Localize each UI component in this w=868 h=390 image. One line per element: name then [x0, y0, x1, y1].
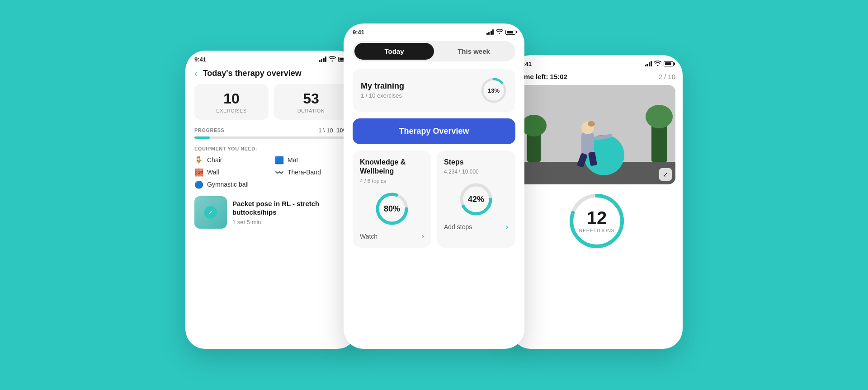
equip-mat-label: Mat	[288, 156, 298, 164]
status-bar-right: 9:41	[511, 55, 683, 69]
training-info: My training 1 / 10 exercises	[361, 81, 404, 99]
equipment-section: EQUIPMENT YOU NEED: 🪑 Chair 🟦 Mat 🧱 Wall	[194, 146, 348, 189]
progress-label: PROGRESS	[194, 127, 224, 133]
battery-icon-right	[664, 61, 674, 66]
status-icons-right	[645, 61, 674, 67]
equip-wall-label: Wall	[207, 169, 219, 176]
svg-point-9	[521, 115, 547, 136]
video-background	[518, 85, 675, 184]
rep-text: REPETITIONS	[579, 228, 615, 233]
left-phone-content: ‹ Today's therapy overview 10 EXERCISES …	[185, 65, 357, 229]
signal-icon-right	[645, 61, 652, 66]
steps-title: Steps	[444, 158, 508, 167]
repetitions-section: 12 REPETITIONS	[518, 192, 675, 250]
gymball-icon: 🔵	[194, 180, 203, 189]
time-left-display: Time left: 15:02	[518, 73, 567, 80]
tab-today[interactable]: Today	[354, 43, 434, 60]
rep-number: 12	[579, 209, 615, 227]
svg-point-11	[646, 105, 673, 128]
training-title: My training	[361, 81, 404, 91]
exercise-counter: 2 / 10	[658, 73, 675, 80]
steps-footer[interactable]: Add steps ›	[444, 223, 508, 231]
phone-right: 9:41 Time left: 15:	[511, 55, 683, 349]
wifi-icon	[329, 56, 336, 63]
progress-header: PROGRESS 1 \ 10 10%	[194, 127, 348, 134]
exercise-info: Packet pose in RL - stretch buttocks/hip…	[232, 199, 348, 226]
stats-row: 10 EXERCISES 53 DURATION	[194, 84, 348, 120]
knowledge-subtitle: 4 / 6 topics	[360, 178, 424, 184]
steps-subtitle: 4.234 \ 10.000	[444, 169, 508, 175]
steps-percent-label: 42%	[468, 195, 484, 204]
equipment-label: EQUIPMENT YOU NEED:	[194, 146, 348, 151]
progress-bar-bg	[194, 136, 348, 139]
equip-mat: 🟦 Mat	[275, 156, 348, 164]
theraband-icon: 〰️	[275, 168, 284, 177]
equip-chair-label: Chair	[207, 156, 222, 164]
knowledge-title: Knowledge & Wellbeing	[360, 158, 424, 177]
back-button[interactable]: ‹	[194, 68, 198, 79]
duration-number: 53	[280, 90, 342, 107]
exercise-name: Packet pose in RL - stretch buttocks/hip…	[232, 199, 348, 217]
wifi-icon-right	[654, 61, 661, 67]
steps-chevron-icon: ›	[506, 223, 508, 231]
signal-icon-center	[486, 29, 494, 35]
phones-container: 9:41 ‹ Today's therapy overview	[185, 23, 683, 367]
tab-bar: Today This week	[353, 41, 515, 61]
svg-point-15	[588, 121, 595, 127]
chair-icon: 🪑	[194, 156, 203, 164]
equip-gymball: 🔵 Gymnastic ball	[194, 180, 268, 189]
exercise-thumbnail: ✓	[194, 196, 227, 229]
equipment-grid: 🪑 Chair 🟦 Mat 🧱 Wall 〰️ Thera-Band	[194, 156, 348, 189]
exercise-check-icon: ✓	[204, 206, 217, 219]
right-phone-content: Time left: 15:02 2 / 10	[511, 69, 683, 250]
exercise-scene-svg	[518, 85, 675, 184]
nav-bar-left: ‹ Today's therapy overview	[194, 65, 348, 84]
status-bar-left: 9:41	[185, 51, 357, 65]
duration-stat: 53 DURATION	[274, 84, 348, 120]
tab-this-week[interactable]: This week	[434, 43, 514, 60]
expand-icon[interactable]: ⤢	[659, 168, 672, 181]
equip-theraband-label: Thera-Band	[288, 169, 321, 176]
exercises-label: EXERCISES	[201, 108, 262, 113]
wall-icon: 🧱	[194, 168, 203, 177]
knowledge-percent-label: 80%	[384, 204, 400, 214]
knowledge-chevron-icon: ›	[422, 232, 424, 240]
knowledge-watch-link[interactable]: Watch	[360, 233, 377, 240]
page-title-left: Today's therapy overview	[203, 69, 302, 78]
equip-gymball-label: Gymnastic ball	[207, 181, 249, 188]
time-left-value: 15:02	[550, 73, 567, 80]
knowledge-footer[interactable]: Watch ›	[360, 232, 424, 240]
phone-left: 9:41 ‹ Today's therapy overview	[185, 51, 357, 349]
exercises-stat: 10 EXERCISES	[194, 84, 269, 120]
exercises-number: 10	[201, 90, 262, 107]
duration-label: DURATION	[280, 108, 342, 113]
battery-icon-center	[505, 30, 515, 35]
time-left-phone: 9:41	[194, 56, 206, 63]
right-top-bar: Time left: 15:02 2 / 10	[518, 69, 675, 85]
wifi-icon-center	[496, 29, 503, 36]
exercise-meta: 1 set 5 min	[232, 219, 348, 226]
equip-chair: 🪑 Chair	[194, 156, 268, 164]
steps-add-link[interactable]: Add steps	[444, 223, 472, 230]
video-frame[interactable]: ⤢	[518, 85, 675, 184]
training-card: My training 1 / 10 exercises 13%	[353, 69, 515, 112]
progress-section: PROGRESS 1 \ 10 10%	[194, 127, 348, 139]
signal-icon	[319, 56, 327, 62]
svg-rect-13	[581, 132, 594, 155]
status-icons-center	[486, 29, 516, 36]
equip-wall: 🧱 Wall	[194, 168, 268, 177]
time-center-phone: 9:41	[353, 29, 364, 36]
center-phone-content: Today This week My training 1 / 10 exerc…	[344, 41, 524, 248]
knowledge-donut: 80%	[360, 191, 424, 227]
repetitions-circle: 12 REPETITIONS	[567, 192, 626, 250]
steps-card: Steps 4.234 \ 10.000 42% Add steps ›	[437, 150, 515, 248]
steps-donut: 42%	[444, 181, 508, 217]
knowledge-card: Knowledge & Wellbeing 4 / 6 topics 80% W…	[353, 150, 431, 248]
phone-center: 9:41 Today This week	[344, 23, 524, 349]
mat-icon: 🟦	[275, 156, 284, 164]
training-progress-circle: 13%	[480, 77, 507, 104]
rep-label: 12 REPETITIONS	[579, 209, 615, 233]
therapy-overview-button[interactable]: Therapy Overview	[353, 118, 515, 144]
progress-bar-fill	[194, 136, 210, 139]
exercise-card[interactable]: ✓ Packet pose in RL - stretch buttocks/h…	[194, 196, 348, 229]
